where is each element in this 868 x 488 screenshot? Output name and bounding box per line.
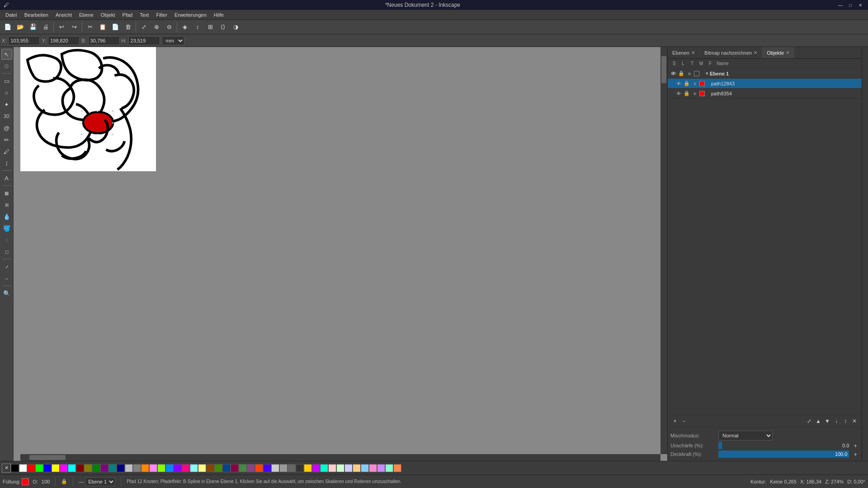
unit-select[interactable]: mm px cm [162, 36, 184, 45]
tb-new[interactable]: 📄 [2, 21, 14, 33]
color-swatch[interactable] [206, 464, 214, 472]
color-swatch[interactable] [255, 464, 263, 472]
color-swatch[interactable] [165, 464, 174, 472]
expand-btn[interactable]: ↕ [841, 417, 850, 426]
tb-fill-stroke[interactable]: ◑ [230, 21, 241, 33]
color-swatch[interactable] [336, 464, 344, 472]
tb-node-editor[interactable]: ◈ [179, 21, 191, 33]
maximize-button[interactable]: □ [846, 2, 854, 8]
color-swatch[interactable] [60, 464, 68, 472]
menu-bearbeiten[interactable]: Bearbeiten [21, 11, 52, 19]
tb-print[interactable]: 🖨 [40, 21, 52, 33]
color-swatch[interactable] [11, 464, 19, 472]
tool-dropper[interactable]: 💧 [1, 211, 12, 222]
x-input[interactable] [8, 36, 40, 45]
tool-circle[interactable]: ○ [1, 87, 12, 98]
tool-paint[interactable]: 🪣 [1, 223, 12, 234]
color-swatch[interactable] [27, 464, 35, 472]
menu-pfad[interactable]: Pfad [119, 11, 137, 19]
tb-align[interactable]: ⊞ [204, 21, 216, 33]
menu-filter[interactable]: Filter [152, 11, 170, 19]
color-swatch[interactable] [279, 464, 288, 472]
tool-text[interactable]: A [1, 173, 12, 183]
tool-connector[interactable]: ⤢ [1, 261, 12, 272]
path8354-eye[interactable]: 👁 [675, 90, 682, 97]
color-swatch[interactable] [92, 464, 100, 472]
menu-erweiterungen[interactable]: Erweiterungen [171, 11, 210, 19]
tab-ebenen-close[interactable]: ✕ [691, 50, 695, 55]
close-button[interactable]: ✕ [856, 2, 864, 8]
color-swatch[interactable] [377, 464, 385, 472]
mischmodut-select[interactable]: Normal Multiplizieren Weichzeichnen [718, 431, 773, 441]
color-swatch[interactable] [263, 464, 271, 472]
color-swatch[interactable] [108, 464, 117, 472]
tb-copy[interactable]: 📋 [97, 21, 108, 33]
layer-dropdown[interactable]: Ebene 1 [85, 477, 115, 486]
menu-ansicht[interactable]: Ansicht [52, 11, 75, 19]
menu-objekt[interactable]: Objekt [97, 11, 119, 19]
path12843-eye[interactable]: 👁 [675, 80, 682, 87]
color-swatch[interactable] [320, 464, 328, 472]
path12843-lock[interactable]: 🔒 [683, 80, 690, 87]
color-swatch[interactable] [19, 464, 27, 472]
tool-spray[interactable]: ∴ [1, 235, 12, 245]
tool-pen[interactable]: 🖊 [1, 146, 12, 157]
color-swatch[interactable] [353, 464, 361, 472]
tool-3d[interactable]: 3D [1, 111, 12, 122]
menu-text[interactable]: Text [136, 11, 152, 19]
move-down-btn[interactable]: ▼ [823, 417, 832, 426]
color-none[interactable]: ✕ [2, 464, 11, 473]
tool-zoom[interactable]: 🔍 [1, 288, 12, 299]
tab-objekte[interactable]: Objekte ✕ [762, 47, 794, 58]
tb-zoom-in[interactable]: ⊕ [151, 21, 162, 33]
h-scrollbar[interactable] [20, 454, 660, 461]
color-swatch[interactable] [133, 464, 141, 472]
color-swatch[interactable] [182, 464, 190, 472]
color-swatch[interactable] [35, 464, 43, 472]
color-swatch[interactable] [247, 464, 255, 472]
tool-calligraphy[interactable]: ∫ [1, 158, 12, 169]
menu-datei[interactable]: Datei [2, 11, 21, 19]
menu-hilfe[interactable]: Hilfe [210, 11, 227, 19]
color-swatch[interactable] [239, 464, 247, 472]
v-scrollbar[interactable] [660, 47, 667, 454]
minimize-button[interactable]: — [836, 2, 844, 8]
move-bottom-btn[interactable]: ↓ [832, 417, 841, 426]
tb-xml-editor[interactable]: ⟨⟩ [217, 21, 229, 33]
b-input[interactable] [88, 36, 120, 45]
color-swatch[interactable] [84, 464, 92, 472]
color-swatch[interactable] [125, 464, 133, 472]
color-swatch[interactable] [312, 464, 320, 472]
tab-bitmap-close[interactable]: ✕ [754, 50, 757, 55]
tb-delete[interactable]: 🗑 [122, 21, 134, 33]
tool-rect[interactable]: ▭ [1, 75, 12, 86]
color-swatch[interactable] [157, 464, 165, 472]
deckkraft-add-btn[interactable]: + [852, 451, 859, 458]
tb-zoom-fit[interactable]: ⤢ [138, 21, 150, 33]
color-swatch[interactable] [190, 464, 198, 472]
color-swatch[interactable] [296, 464, 304, 472]
move-top-btn[interactable]: ⤢ [805, 417, 814, 426]
color-swatch[interactable] [76, 464, 84, 472]
tb-redo[interactable]: ↪ [68, 21, 80, 33]
tool-pencil[interactable]: ✏ [1, 134, 12, 145]
color-swatch[interactable] [68, 464, 76, 472]
tree-path12843[interactable]: 👁 🔒 ≡ path12843 [668, 79, 862, 89]
unschaerfe-add-btn[interactable]: + [852, 442, 859, 449]
tool-gradient[interactable]: ▦ [1, 188, 12, 198]
color-swatch[interactable] [100, 464, 108, 472]
color-swatch[interactable] [369, 464, 377, 472]
tab-bitmap[interactable]: Bitmap nachzeichnen ✕ [700, 47, 762, 58]
color-swatch[interactable] [43, 464, 52, 472]
canvas-area[interactable] [14, 47, 667, 461]
color-swatch[interactable] [328, 464, 336, 472]
color-swatch[interactable] [288, 464, 296, 472]
color-swatch[interactable] [393, 464, 401, 472]
color-swatch[interactable] [174, 464, 182, 472]
color-swatch[interactable] [385, 464, 393, 472]
color-swatch[interactable] [271, 464, 279, 472]
path8354-lock[interactable]: 🔒 [683, 90, 690, 97]
tab-objekte-close[interactable]: ✕ [786, 50, 789, 55]
layer1-lock[interactable]: 🔒 [678, 70, 685, 77]
fill-color-swatch[interactable] [22, 478, 29, 485]
